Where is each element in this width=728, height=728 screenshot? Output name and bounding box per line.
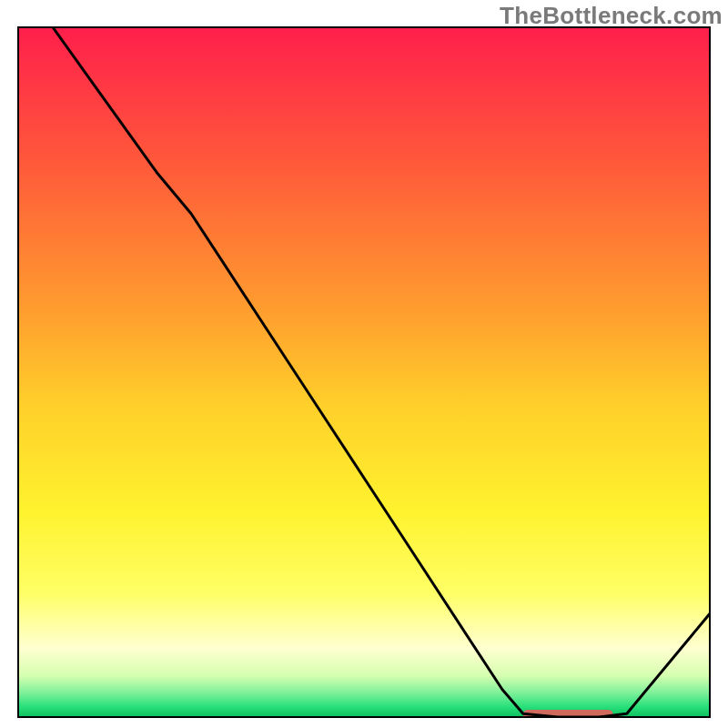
chart-container: TheBottleneck.com (0, 0, 728, 728)
gradient-background (18, 27, 710, 717)
chart-svg (0, 0, 728, 728)
